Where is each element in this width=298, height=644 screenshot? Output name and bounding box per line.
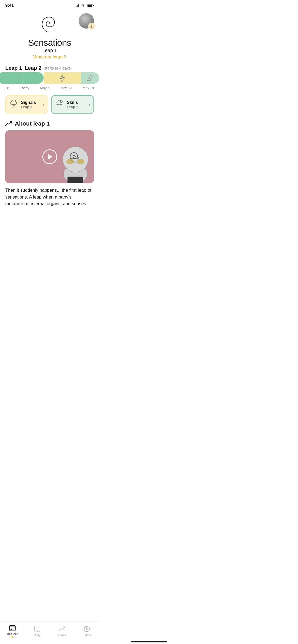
svg-rect-2	[77, 5, 78, 7]
play-button[interactable]	[42, 149, 57, 164]
timeline-current-leap	[0, 72, 44, 84]
storm-icon	[9, 99, 18, 110]
header-section: Sensations Leap 1 What are leaps?	[0, 9, 99, 65]
leap-starts-text: starts in 4 days	[44, 66, 71, 70]
leap-number: Leap 1	[42, 48, 57, 53]
signals-card-subtitle: Leap 1	[21, 105, 40, 109]
timeline-bar	[0, 71, 99, 85]
spiral-logo	[39, 13, 60, 35]
status-time: 9:41	[5, 3, 14, 8]
svg-point-7	[91, 26, 92, 27]
skills-card-chevron: ›	[89, 103, 90, 107]
date-28: 28	[5, 86, 9, 90]
play-triangle-icon	[48, 154, 53, 160]
svg-rect-3	[78, 4, 79, 7]
svg-rect-9	[87, 79, 91, 81]
video-thumbnail[interactable]	[5, 130, 94, 183]
what-are-leaps-link[interactable]: What are leaps?	[33, 54, 66, 60]
date-may5: May 5	[40, 86, 49, 90]
skills-card-title: Skills	[67, 100, 87, 105]
date-today: Today	[20, 86, 29, 90]
status-icons	[75, 4, 94, 7]
wifi-icon	[81, 4, 85, 7]
timeline-dates: 28 Today May 5 May 12 May 19	[0, 85, 99, 91]
skills-card-subtitle: Leap 1	[67, 105, 87, 109]
sun-cloud-icon	[86, 75, 94, 81]
signals-card-chevron: ›	[43, 103, 44, 107]
svg-rect-1	[76, 6, 76, 7]
skills-card[interactable]: Skills Leap 1 ›	[51, 95, 94, 114]
svg-rect-6	[93, 5, 94, 6]
svg-rect-5	[88, 4, 92, 7]
about-header: About leap 1	[5, 120, 94, 127]
about-title: About leap 1	[15, 120, 50, 127]
trending-up-icon	[5, 121, 12, 127]
date-may19: May 19	[83, 86, 94, 90]
svg-point-14	[66, 159, 74, 164]
svg-point-13	[63, 147, 88, 172]
avatar-container[interactable]	[79, 13, 94, 29]
signal-icon	[75, 4, 79, 7]
timeline-next-leap	[44, 72, 81, 84]
about-section: About leap 1	[0, 118, 99, 211]
svg-rect-0	[75, 6, 75, 7]
skills-icon	[55, 99, 64, 110]
baby-illustration	[52, 133, 94, 183]
signals-card-text: Signals Leap 1	[21, 100, 40, 109]
timeline-future	[81, 72, 99, 84]
leap-2-label: Leap 2	[25, 65, 41, 71]
status-bar: 9:41	[0, 0, 99, 9]
signals-card-title: Signals	[21, 100, 40, 105]
gear-icon	[90, 24, 93, 28]
leap-1-label: Leap 1	[5, 65, 22, 71]
cards-section: Signals Leap 1 › Skills Leap 1 ›	[0, 91, 99, 118]
svg-point-15	[77, 159, 84, 164]
settings-badge[interactable]	[88, 23, 95, 30]
skills-card-text: Skills Leap 1	[67, 100, 87, 109]
lightning-icon	[59, 74, 65, 82]
date-may12: May 12	[60, 86, 72, 90]
svg-rect-12	[67, 177, 83, 183]
battery-icon	[87, 4, 94, 7]
description-paragraph: Then it suddenly happens... the first le…	[5, 188, 91, 206]
leap-labels: Leap 1 Leap 2 starts in 4 days	[0, 65, 99, 71]
signals-card[interactable]: Signals Leap 1 ›	[5, 95, 48, 114]
page-title: Sensations	[28, 38, 71, 48]
description-text: Then it suddenly happens... the first le…	[5, 187, 94, 207]
